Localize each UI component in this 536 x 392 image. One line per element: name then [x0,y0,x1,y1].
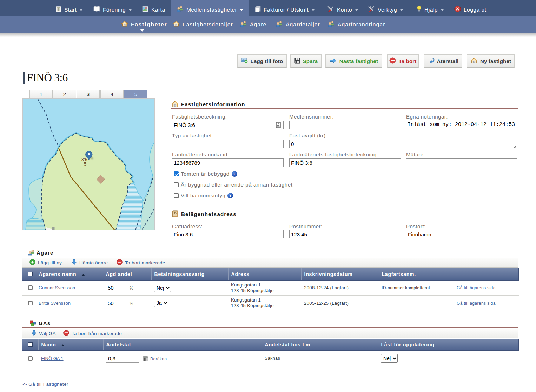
svg-text:5: 5 [84,161,87,167]
